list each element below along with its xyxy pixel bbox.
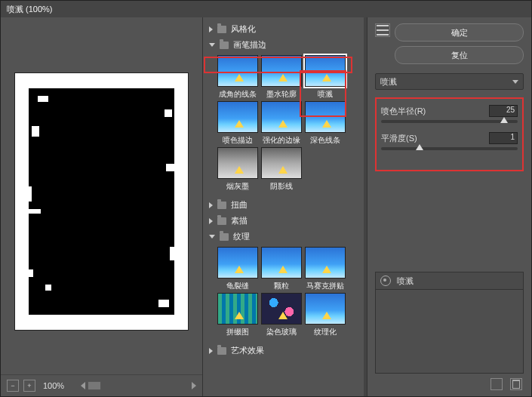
thumb-label: 拼缀图	[226, 327, 249, 337]
category-sumiao: 素描	[206, 214, 364, 228]
slider-knob[interactable]	[500, 117, 508, 123]
filter-thumb[interactable]: 马赛克拼贴	[304, 247, 346, 291]
filter-gallery-window: 喷溅 (100%)	[0, 0, 532, 397]
preview-canvas	[14, 72, 189, 331]
thumb-image	[217, 147, 258, 179]
thumb-image	[217, 293, 258, 325]
arrow-right-icon	[209, 202, 213, 208]
thumb-label: 墨水轮廓	[266, 89, 297, 100]
thumb-label: 染色玻璃	[266, 327, 297, 337]
thumb-image	[305, 55, 346, 87]
thumb-label: 强化的边缘	[263, 135, 300, 146]
category-huabi: 画笔描边成角的线条墨水轮廓喷溅喷色描边强化的边缘深色线条烟灰墨阴影线	[206, 38, 364, 196]
thumb-image	[261, 55, 302, 87]
filter-thumb[interactable]: 成角的线条	[217, 55, 259, 100]
category-header[interactable]: 艺术效果	[206, 343, 364, 358]
param-radius: 喷色半径(R) 25	[381, 105, 518, 123]
param-value[interactable]: 25	[489, 105, 518, 117]
preview-footer: − + 100%	[1, 374, 202, 396]
filter-thumb[interactable]: 龟裂缝	[217, 247, 259, 291]
preview-hscroll[interactable]	[81, 380, 196, 391]
arrow-right-icon	[209, 348, 213, 354]
preview-viewport[interactable]	[1, 17, 202, 374]
category-header[interactable]: 纹理	[206, 229, 364, 244]
reset-button[interactable]: 复位	[395, 46, 524, 64]
category-label: 素描	[231, 215, 248, 226]
zoom-in-button[interactable]: +	[23, 380, 35, 392]
param-label: 喷色半径(R)	[381, 106, 426, 117]
thumb-label: 成角的线条	[219, 89, 257, 100]
filter-thumb[interactable]: 深色线条	[304, 101, 346, 146]
filter-thumb[interactable]: 墨水轮廓	[260, 55, 303, 100]
scroll-thumb[interactable]	[88, 381, 101, 390]
thumb-label: 喷溅	[318, 89, 333, 100]
category-header[interactable]: 素描	[206, 214, 364, 228]
category-header[interactable]: 风格化	[206, 22, 364, 36]
filter-thumb[interactable]: 阴影线	[260, 147, 303, 192]
thumb-label: 烟灰墨	[226, 181, 249, 192]
thumb-label: 深色线条	[310, 135, 340, 146]
effect-layers: 喷溅	[375, 272, 524, 390]
folder-icon	[220, 233, 229, 241]
param-label: 平滑度(S)	[381, 133, 417, 144]
thumb-image	[217, 55, 258, 87]
thumb-image	[217, 101, 258, 133]
new-layer-button[interactable]	[490, 378, 503, 390]
filter-select[interactable]: 喷溅	[375, 73, 524, 90]
thumb-image	[261, 101, 302, 133]
folder-icon	[217, 202, 226, 209]
filter-thumb[interactable]: 喷溅	[304, 55, 346, 100]
category-label: 艺术效果	[231, 345, 264, 356]
thumb-image	[217, 247, 258, 279]
zoom-out-button[interactable]: −	[7, 380, 19, 392]
panel-menu-icon[interactable]	[375, 23, 390, 37]
param-value[interactable]: 1	[489, 132, 518, 144]
arrow-down-icon	[209, 235, 215, 239]
params-group: 喷色半径(R) 25 平滑度(S) 1	[375, 97, 524, 171]
filter-thumb[interactable]: 烟灰墨	[217, 147, 259, 192]
layers-empty	[375, 290, 524, 374]
thumb-image	[305, 101, 346, 133]
thumb-label: 喷色描边	[223, 135, 253, 146]
slider-smooth[interactable]	[381, 147, 518, 150]
layers-footer	[375, 374, 524, 390]
chevron-down-icon	[512, 80, 518, 84]
thumb-label: 颗粒	[274, 281, 289, 291]
filter-thumb[interactable]: 喷色描边	[217, 101, 259, 146]
category-fengge: 风格化	[206, 22, 364, 36]
ok-button[interactable]: 确定	[395, 23, 524, 42]
slider-knob[interactable]	[416, 144, 423, 150]
slider-radius[interactable]	[381, 120, 518, 123]
filter-thumb[interactable]: 拼缀图	[217, 293, 259, 337]
category-niuqv: 扭曲	[206, 198, 364, 212]
filter-thumb[interactable]: 染色玻璃	[260, 293, 303, 337]
thumb-image	[261, 147, 302, 179]
scroll-left-icon[interactable]	[81, 382, 85, 389]
filter-thumb[interactable]: 颗粒	[260, 247, 303, 291]
category-label: 扭曲	[231, 199, 248, 211]
layer-row[interactable]: 喷溅	[375, 272, 524, 290]
category-header[interactable]: 扭曲	[206, 198, 364, 212]
titlebar[interactable]: 喷溅 (100%)	[1, 1, 531, 18]
thumb-image	[261, 293, 302, 325]
delete-layer-button[interactable]	[510, 378, 522, 390]
category-wenli: 纹理龟裂缝颗粒马赛克拼贴拼缀图染色玻璃纹理化	[206, 229, 364, 342]
gallery-scrollbar[interactable]	[364, 17, 367, 396]
preview-pane: − + 100%	[1, 17, 203, 396]
folder-icon	[217, 347, 226, 355]
filter-thumb[interactable]: 纹理化	[304, 293, 346, 337]
filter-thumb[interactable]: 强化的边缘	[260, 101, 303, 146]
scroll-right-icon[interactable]	[192, 382, 196, 389]
thumb-image	[305, 247, 346, 279]
folder-icon	[220, 42, 229, 49]
arrow-right-icon	[209, 218, 213, 224]
thumbs: 龟裂缝颗粒马赛克拼贴拼缀图染色玻璃纹理化	[206, 244, 364, 342]
visibility-icon[interactable]	[380, 275, 391, 286]
arrow-right-icon	[209, 26, 213, 32]
filter-gallery: 风格化画笔描边成角的线条墨水轮廓喷溅喷色描边强化的边缘深色线条烟灰墨阴影线扭曲素…	[203, 17, 367, 396]
window-title: 喷溅 (100%)	[7, 4, 53, 15]
category-header[interactable]: 画笔描边	[206, 38, 364, 52]
param-smooth: 平滑度(S) 1	[381, 132, 518, 150]
category-label: 纹理	[233, 231, 250, 242]
settings-panel: 确定 复位 喷溅 喷色半径(R) 25	[367, 17, 531, 396]
